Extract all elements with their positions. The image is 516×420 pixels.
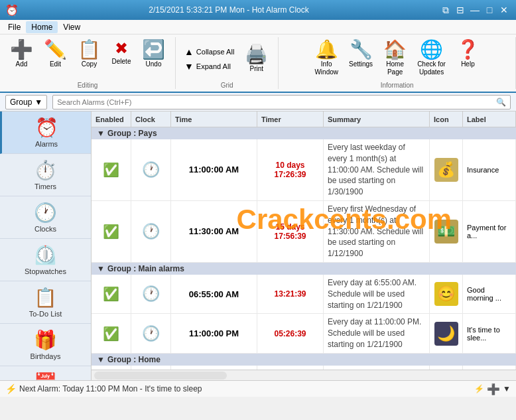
sidebar-item-timers[interactable]: ⏱️ Timers	[0, 154, 91, 196]
grid-buttons: ▲ Collapse All ▼ Expand All 🖨️ Print	[181, 37, 273, 80]
stopwatches-icon: ⏲️	[34, 244, 57, 266]
th-time[interactable]: Time	[171, 111, 257, 127]
alarm-icon-img: 💰	[434, 158, 458, 182]
next-alarm-text: Next Alarm: Today 11:00 PM Mon - It's ti…	[19, 384, 202, 393]
minimize-btn[interactable]: —	[468, 3, 482, 17]
add-button[interactable]: ➕ Add	[5, 37, 38, 72]
table-row[interactable]: ✅ 🕐 06:55:00 AM 13:21:39 Every day at 6:…	[92, 275, 516, 314]
label-cell: Good morning ...	[463, 275, 516, 313]
add-status-icon: ➕	[487, 383, 500, 395]
copy-icon: 📋	[78, 40, 101, 59]
time-cell: 06:55:00 AM	[171, 275, 257, 313]
settings-button[interactable]: 🔧 Settings	[344, 37, 377, 72]
search-input[interactable]	[57, 98, 493, 106]
edit-icon: ✏️	[44, 40, 67, 59]
restore-btn[interactable]: ⧉	[439, 3, 452, 17]
collapse-all-button[interactable]: ▲ Collapse All	[181, 44, 237, 59]
timer-cell: 10 days 17:26:39	[257, 139, 324, 200]
time-cell: 11:00:00 AM	[171, 139, 257, 200]
help-button[interactable]: ❓ Help	[452, 37, 484, 72]
menu-home[interactable]: Home	[26, 21, 58, 33]
th-summary[interactable]: Summary	[324, 111, 430, 127]
summary-cell: Every day at 6:55:00 AM. Schedule will b…	[324, 275, 430, 313]
undo-button[interactable]: ↩️ Undo	[137, 37, 170, 72]
table-row[interactable]: ✅ 🕐 11:00:00 PM 05:26:39 Every day at 11…	[92, 314, 516, 353]
alarm-status-icon: ⚡	[5, 384, 17, 394]
sidebar-item-todo[interactable]: 📋 To-Do List	[0, 281, 91, 324]
delete-icon: ✖	[115, 40, 128, 56]
th-icon[interactable]: Icon	[430, 111, 463, 127]
group-collapse-icon: ▼	[97, 129, 105, 138]
timers-icon: ⏱️	[34, 159, 57, 181]
alarm-icon-img: 😊	[434, 282, 458, 306]
search-icon: 🔍	[496, 98, 506, 107]
label-cell: It's time to slee...	[463, 314, 516, 352]
table-row[interactable]: ✅ 🕐 11:30:00 AM 15 days 17:56:39 Every f…	[92, 201, 516, 263]
th-clock[interactable]: Clock	[131, 111, 171, 127]
horizontal-scrollbar[interactable]	[92, 370, 516, 380]
todo-icon: 📋	[34, 287, 57, 309]
sidebar-item-birthdays[interactable]: 🎁 Birthdays	[0, 324, 91, 366]
timer-cell: 15 days 17:56:39	[257, 201, 324, 262]
edit-button[interactable]: ✏️ Edit	[39, 37, 72, 72]
collapse-expand-group: ▲ Collapse All ▼ Expand All	[181, 44, 237, 74]
enabled-cell: ✅	[92, 314, 131, 352]
close-btn[interactable]: ✕	[497, 3, 511, 17]
checkmark-icon: ✅	[103, 286, 119, 302]
group-pays-header[interactable]: ▼ Group : Pays	[92, 127, 516, 139]
info-window-button[interactable]: 🔔 InfoWindow	[310, 37, 343, 80]
alarm-icon-img: 🌙	[434, 322, 458, 346]
table-header: Enabled Clock Time Timer Summary Icon La…	[92, 111, 516, 127]
timer-cell: 05:26:39	[257, 314, 324, 352]
th-label[interactable]: Label	[463, 111, 516, 127]
clock-icon: 🕐	[142, 285, 160, 303]
editing-label: Editing	[78, 82, 98, 89]
checkmark-icon: ✅	[103, 162, 119, 178]
birthdays-icon: 🎁	[34, 329, 57, 351]
home-icon: 🏠	[383, 40, 407, 59]
group-selector[interactable]: Group ▼	[5, 95, 47, 109]
table-row[interactable]: ✅ 🕐 11:00:00 AM 10 days 17:26:39 Every l…	[92, 139, 516, 201]
check-updates-button[interactable]: 🌐 Check forUpdates	[413, 37, 450, 80]
status-right: ⚡ ➕ ▼	[474, 383, 511, 395]
sidebar-item-alarms[interactable]: ⏰ Alarms	[0, 111, 91, 154]
group-home-header[interactable]: ▼ Group : Home	[92, 354, 516, 366]
group-collapse-icon: ▼	[97, 264, 105, 273]
ribbon-grid-group: ▲ Collapse All ▼ Expand All 🖨️ Print Gri…	[176, 37, 279, 89]
title-bar: ⏰ 2/15/2021 5:33:21 PM Mon - Hot Alarm C…	[0, 0, 516, 20]
bell-icon: 🔔	[315, 40, 338, 59]
help-icon: ❓	[456, 40, 480, 59]
chevron-status-icon: ▼	[503, 384, 511, 393]
maximize-btn[interactable]: □	[483, 3, 496, 17]
sidebar-item-clocks[interactable]: 🕐 Clocks	[0, 196, 91, 239]
menu-file[interactable]: File	[3, 21, 26, 33]
time-cell: 11:00:00 PM	[171, 314, 257, 352]
th-timer[interactable]: Timer	[257, 111, 324, 127]
group-main-header[interactable]: ▼ Group : Main alarms	[92, 263, 516, 275]
menu-bar: File Home View	[0, 20, 516, 35]
checkmark-icon: ✅	[103, 326, 119, 342]
copy-button[interactable]: 📋 Copy	[73, 37, 105, 72]
status-bar: ⚡ Next Alarm: Today 11:00 PM Mon - It's …	[0, 380, 516, 397]
home-page-button[interactable]: 🏠 HomePage	[379, 37, 411, 80]
label-cell: Payment for a...	[463, 201, 516, 262]
scrollbar-thumb[interactable]	[94, 372, 227, 380]
enabled-cell: ✅	[92, 139, 131, 200]
time-cell: 11:30:00 AM	[171, 201, 257, 262]
menu-view[interactable]: View	[58, 21, 86, 33]
clock-cell: 🕐	[131, 275, 171, 313]
icon-cell: 💰	[430, 139, 463, 200]
sidebar-item-stopwatches[interactable]: ⏲️ Stopwatches	[0, 239, 91, 281]
clock-icon: 🕐	[142, 161, 160, 178]
expand-all-button[interactable]: ▼ Expand All	[181, 59, 237, 74]
alarms-icon: ⏰	[35, 117, 58, 139]
delete-button[interactable]: ✖ Delete	[107, 37, 136, 69]
print-button[interactable]: 🖨️ Print	[240, 42, 273, 76]
content-area: Enabled Clock Time Timer Summary Icon La…	[92, 111, 516, 380]
grid-label: Grid	[221, 82, 233, 89]
group-label: Group	[10, 98, 32, 107]
lightning-icon: ⚡	[474, 384, 484, 393]
window-btn2[interactable]: ⊟	[454, 3, 467, 17]
sidebar-item-calendar[interactable]: 📅 Calendar	[0, 366, 91, 380]
th-enabled[interactable]: Enabled	[92, 111, 131, 127]
